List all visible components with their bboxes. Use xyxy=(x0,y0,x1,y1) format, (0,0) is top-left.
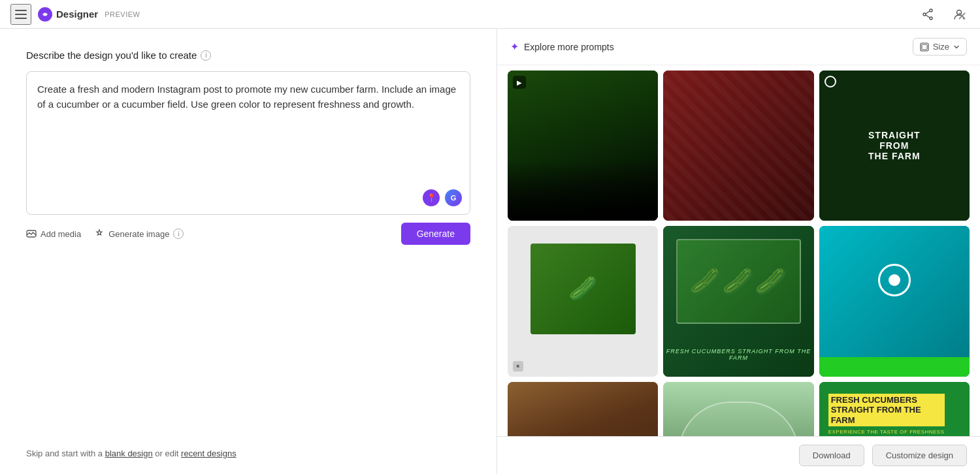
card-5-cucumbers: 🥒🥒🥒 xyxy=(676,239,800,324)
toolbar-row: Add media Generate image i Generate xyxy=(26,223,470,245)
generate-image-label: Generate image xyxy=(108,229,169,239)
chevron-down-icon xyxy=(953,44,960,50)
explore-prompts-label: Explore more prompts xyxy=(524,42,614,52)
size-label: Size xyxy=(933,42,949,52)
prompt-input-wrapper: Create a fresh and modern Instagram post… xyxy=(26,71,470,215)
logo-text: Designer xyxy=(56,8,98,20)
card-4-image xyxy=(531,244,636,334)
svg-point-4 xyxy=(930,9,932,12)
topbar: Designer PREVIEW xyxy=(0,0,980,29)
cucumbers-emoji: 🥒🥒🥒 xyxy=(689,266,787,297)
generate-image-icon xyxy=(94,229,105,239)
generate-image-info-icon[interactable]: i xyxy=(173,229,184,239)
hamburger-button[interactable] xyxy=(10,4,31,25)
right-panel-header: ✦ Explore more prompts Size xyxy=(497,29,980,65)
sparkle-icon: ✦ xyxy=(510,40,519,53)
svg-point-11 xyxy=(29,232,30,234)
design-card-6[interactable]: FRESH CUCUMBERSSTRAIGHT FROMTHE FARM xyxy=(819,226,970,376)
svg-point-5 xyxy=(923,13,926,16)
add-media-icon xyxy=(26,229,37,239)
recent-designs-link[interactable]: recent designs xyxy=(181,449,237,458)
svg-point-6 xyxy=(930,17,932,20)
grid-container[interactable]: ▶ STRAIGHT FROMTHE FARM xyxy=(497,65,980,436)
pin-icon[interactable]: 📍 xyxy=(423,189,440,206)
blank-design-link[interactable]: blank design xyxy=(105,449,153,458)
video-indicator-1: ▶ xyxy=(513,76,526,89)
svg-rect-13 xyxy=(922,44,927,50)
toolbar-left: Add media Generate image i xyxy=(26,229,184,239)
card-9-subtitle: EXPERIENCE THE TASTE OF FRESHNESS xyxy=(828,429,945,435)
design-card-5[interactable]: 🥒🥒🥒 Fresh Cucumbers Straight From the Fa… xyxy=(663,226,813,376)
preview-badge: PREVIEW xyxy=(105,10,140,18)
share-button[interactable] xyxy=(917,4,938,25)
add-media-label: Add media xyxy=(41,229,81,239)
card-9-title: FRESH CUCUMBERSSTRAIGHT FROM THEFARM xyxy=(828,394,945,427)
right-panel: ✦ Explore more prompts Size ▶ xyxy=(497,29,980,474)
svg-line-7 xyxy=(926,11,930,14)
generate-button[interactable]: Generate xyxy=(401,223,470,245)
design-card-8[interactable]: Fresh CucumbersStraight Fromthe Farm Exp… xyxy=(663,382,813,436)
textarea-icons: 📍 G xyxy=(423,189,462,206)
add-media-button[interactable]: Add media xyxy=(26,229,81,239)
main-content: Describe the design you'd like to create… xyxy=(0,29,980,474)
image-grid: ▶ STRAIGHT FROMTHE FARM xyxy=(508,71,970,436)
app-logo: Designer xyxy=(38,7,98,22)
topbar-left: Designer PREVIEW xyxy=(10,4,140,25)
footer-text-2: or edit xyxy=(155,449,178,458)
section-title: Describe the design you'd like to create… xyxy=(26,50,470,61)
close-button[interactable]: ✕ xyxy=(957,9,967,24)
design-card-4[interactable]: FRESH CUCUMBERSSTRAIGHT FROM THEFARM ■ xyxy=(508,226,658,376)
circle-indicator-3 xyxy=(825,76,836,87)
download-button[interactable]: Download xyxy=(799,445,864,466)
logo-icon xyxy=(38,7,52,22)
card-3-text: STRAIGHT FROMTHE FARM xyxy=(857,130,932,161)
footer-text-1: Skip and start with a xyxy=(26,449,103,458)
size-selector[interactable]: Size xyxy=(913,38,967,55)
design-card-7[interactable]: FRESH CUCUMBERS STRAIGHTFROM THE FARM xyxy=(508,382,658,436)
info-icon[interactable]: i xyxy=(201,50,211,61)
design-card-9[interactable]: FRESH CUCUMBERSSTRAIGHT FROM THEFARM EXP… xyxy=(819,382,970,436)
design-card-3[interactable]: STRAIGHT FROMTHE FARM xyxy=(819,71,970,221)
design-card-1[interactable]: ▶ xyxy=(508,71,658,221)
card-5-text: Fresh Cucumbers Straight From the Farm xyxy=(663,348,813,361)
svg-rect-0 xyxy=(15,10,27,11)
left-panel: Describe the design you'd like to create… xyxy=(0,29,497,474)
explore-prompts: ✦ Explore more prompts xyxy=(510,40,614,53)
design-card-2[interactable] xyxy=(663,71,813,221)
customize-design-button[interactable]: Customize design xyxy=(872,445,967,466)
card-6-bar xyxy=(819,357,970,377)
section-title-text: Describe the design you'd like to create xyxy=(26,50,197,61)
stop-indicator-4: ■ xyxy=(513,361,523,371)
bottom-footer: Skip and start with a blank design or ed… xyxy=(26,449,237,458)
prompt-textarea[interactable]: Create a fresh and modern Instagram post… xyxy=(37,82,459,180)
generate-image-button[interactable]: Generate image i xyxy=(94,229,184,239)
gemini-icon[interactable]: G xyxy=(445,189,462,206)
card-6-circle xyxy=(878,264,911,296)
svg-line-8 xyxy=(926,15,930,18)
bottom-panel: Download Customize design xyxy=(497,436,980,474)
card-6-inner-circle xyxy=(889,274,900,286)
svg-rect-1 xyxy=(15,14,27,15)
svg-rect-2 xyxy=(15,18,27,19)
size-icon xyxy=(920,42,929,52)
